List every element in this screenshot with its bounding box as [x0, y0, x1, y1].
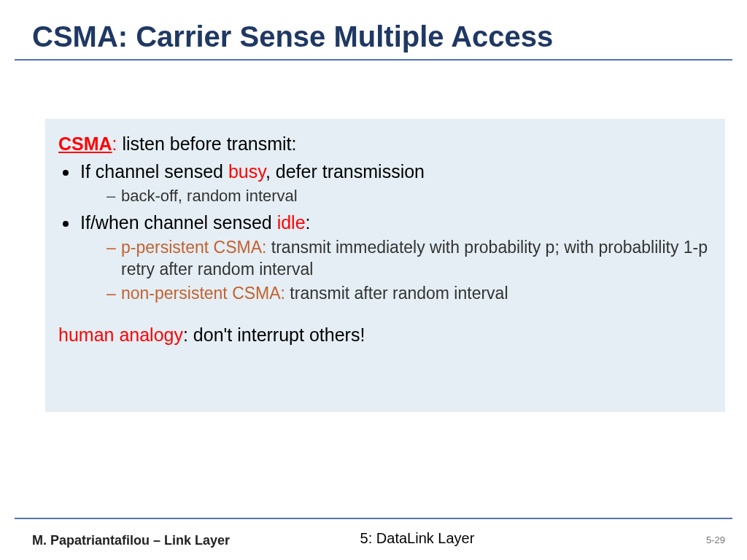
bullet-list: If channel sensed busy, defer transmissi…: [79, 160, 716, 304]
slide: CSMA: Carrier Sense Multiple Access CSMA…: [0, 0, 747, 560]
content-box: CSMA: listen before transmit: If channel…: [45, 119, 725, 412]
idle-sub-list: p-persistent CSMA: transmit immediately …: [107, 237, 716, 304]
idle-post: :: [306, 212, 311, 233]
lead-tail: listen before transmit:: [117, 133, 297, 154]
footer-divider: [15, 518, 732, 519]
busy-sub-list: back-off, random interval: [107, 186, 716, 206]
lead-line: CSMA: listen before transmit:: [58, 132, 716, 155]
busy-key: busy: [228, 161, 266, 182]
csma-colon: :: [112, 133, 117, 154]
csma-keyword: CSMA: [58, 133, 112, 154]
analogy-line: human analogy: don't interrupt others!: [58, 323, 716, 346]
analogy-label: human analogy: [58, 324, 183, 345]
busy-sub: back-off, random interval: [107, 186, 716, 206]
footer: M. Papatriantafilou – Link Layer 5: Data…: [0, 529, 747, 553]
non-persistent-text: transmit after random interval: [285, 284, 508, 303]
busy-pre: If channel sensed: [80, 161, 228, 182]
footer-chapter-text: 5: DataLink Layer: [360, 530, 475, 547]
idle-pre: If/when channel sensed: [80, 212, 277, 233]
footer-chapter: 5: DataLink Layer: [0, 530, 747, 547]
title-divider: [15, 59, 732, 61]
idle-sub-2: non-persistent CSMA: transmit after rand…: [107, 283, 716, 304]
p-persistent-label: p-persistent CSMA:: [121, 238, 266, 257]
slide-title: CSMA: Carrier Sense Multiple Access: [0, 0, 747, 59]
footer-page-number: 5-29: [706, 534, 725, 545]
non-persistent-label: non-persistent CSMA:: [121, 284, 285, 303]
busy-post: , defer transmission: [266, 161, 425, 182]
bullet-idle: If/when channel sensed idle: p-persisten…: [79, 211, 716, 304]
idle-sub-1: p-persistent CSMA: transmit immediately …: [107, 237, 716, 280]
analogy-text: : don't interrupt others!: [183, 324, 365, 345]
idle-key: idle: [277, 212, 306, 233]
bullet-busy: If channel sensed busy, defer transmissi…: [79, 160, 716, 206]
